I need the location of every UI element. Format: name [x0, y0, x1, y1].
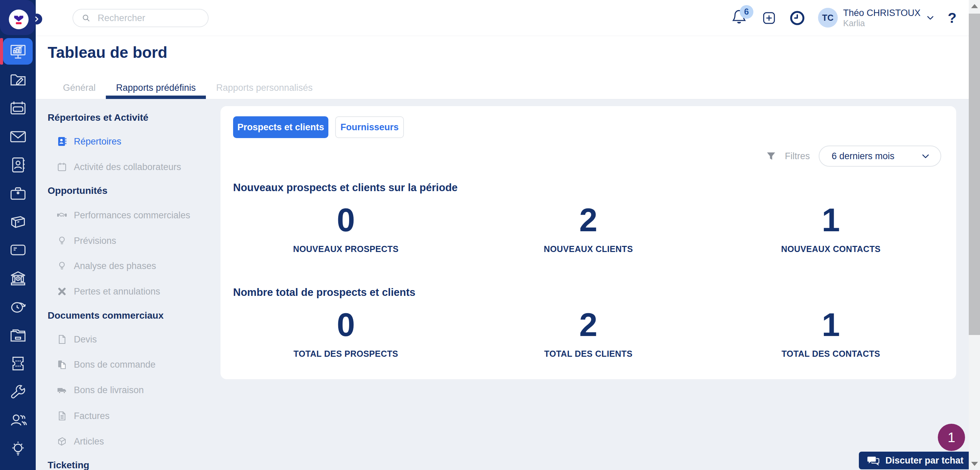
- global-search[interactable]: [73, 9, 208, 27]
- menu-item-activite-collaborateurs[interactable]: Activité des collaborateurs: [57, 159, 181, 175]
- filter-funnel-icon: [766, 151, 776, 161]
- menu-item-label: Prévisions: [74, 236, 116, 246]
- rail-item-contacts[interactable]: [0, 151, 36, 179]
- menu-item-articles[interactable]: Articles: [57, 433, 104, 450]
- scroll-down-arrow-icon[interactable]: [971, 462, 978, 466]
- notification-count-badge: 6: [740, 5, 753, 19]
- stat-new-contacts: 1 NOUVEAUX CONTACTS: [710, 202, 952, 254]
- package-icon: [9, 213, 27, 230]
- notifications-button[interactable]: 6: [731, 8, 749, 28]
- avatar: TC: [818, 8, 838, 27]
- rail-item-tickets[interactable]: [0, 349, 36, 378]
- rail-item-time[interactable]: [0, 293, 36, 321]
- menu-item-label: Factures: [74, 411, 110, 421]
- period-value: 6 derniers mois: [832, 151, 894, 162]
- active-accent-bar: [0, 38, 3, 65]
- audience-button-prospects-clients[interactable]: Prospects et clients: [233, 116, 328, 138]
- rail-item-groups[interactable]: [0, 406, 36, 434]
- rail-item-portfolio[interactable]: [0, 179, 36, 208]
- rail-item-ideas[interactable]: [0, 434, 36, 462]
- menu-section-opportunites: Opportunités: [48, 182, 108, 199]
- clock-history-icon: [9, 298, 27, 316]
- chat-button-label: Discuter par tchat: [885, 456, 964, 466]
- stat-label: TOTAL DES CLIENTS: [467, 349, 710, 359]
- stat-total-clients: 2 TOTAL DES CLIENTS: [467, 307, 710, 359]
- search-input[interactable]: [97, 13, 199, 24]
- briefcase-icon: [9, 185, 27, 202]
- search-icon: [82, 13, 90, 23]
- help-button[interactable]: ?: [948, 11, 956, 25]
- tab-rapports-personnalises[interactable]: Rapports personnalisés: [206, 78, 323, 99]
- menu-item-repertoires[interactable]: Répertoires: [57, 133, 121, 150]
- rail-item-directories[interactable]: [0, 66, 36, 94]
- scroll-up-arrow-icon[interactable]: [971, 4, 978, 8]
- envelope-icon: [9, 128, 27, 146]
- menu-item-bons-de-livraison[interactable]: Bons de livraison: [57, 381, 144, 399]
- plus-square-icon: [762, 11, 776, 25]
- menu-item-label: Performances commerciales: [74, 210, 190, 221]
- tab-rapports-predefinis[interactable]: Rapports prédéfinis: [106, 78, 206, 99]
- menu-item-previsions[interactable]: Prévisions: [57, 232, 116, 249]
- rail-item-tools[interactable]: [0, 378, 36, 406]
- recent-activity-button[interactable]: [789, 10, 805, 26]
- rail-item-mail[interactable]: [0, 122, 36, 151]
- stat-total-contacts: 1 TOTAL DES CONTACTS: [710, 307, 952, 359]
- section-heading-total: Nombre total de prospects et clients: [233, 286, 415, 299]
- quick-add-button[interactable]: [762, 11, 776, 25]
- user-menu[interactable]: TC Théo CHRISTOUX Karlia: [818, 8, 935, 28]
- tab-general[interactable]: Général: [53, 78, 106, 99]
- menu-section-ticketing: Ticketing: [48, 457, 89, 470]
- stat-label: NOUVEAUX CONTACTS: [710, 244, 952, 254]
- menu-item-factures[interactable]: Factures: [57, 407, 110, 424]
- wrench-icon: [9, 383, 27, 401]
- menu-item-performances-commerciales[interactable]: Performances commerciales: [57, 207, 190, 224]
- section-heading-new: Nouveaux prospects et clients sur la pér…: [233, 182, 458, 194]
- file-icon: [57, 334, 67, 345]
- stat-value: 1: [710, 307, 952, 343]
- menu-item-bons-de-commande[interactable]: Bons de commande: [57, 356, 156, 373]
- period-select[interactable]: 6 derniers mois: [819, 146, 941, 167]
- rail-item-calendar[interactable]: [0, 94, 36, 122]
- rail-expand-button[interactable]: [31, 14, 42, 24]
- stat-value: 2: [467, 202, 710, 238]
- menu-item-label: Bons de livraison: [74, 385, 144, 395]
- menu-item-label: Devis: [74, 334, 97, 345]
- dashboard-tabs: Général Rapports prédéfinis Rapports per…: [53, 78, 323, 99]
- bank-icon: [9, 270, 27, 287]
- lightbulb-icon: [9, 440, 27, 457]
- lightbulb-icon: [57, 236, 67, 246]
- file-lines-icon: [57, 411, 67, 421]
- menu-item-pertes-annulations[interactable]: Pertes et annulations: [57, 283, 160, 300]
- folder-pen-icon: [9, 71, 27, 89]
- app-logo[interactable]: [0, 0, 35, 35]
- rail-item-dashboard[interactable]: [0, 37, 36, 66]
- menu-item-devis[interactable]: Devis: [57, 331, 97, 348]
- calendar-icon: [57, 162, 67, 172]
- menu-item-label: Activité des collaborateurs: [74, 162, 181, 172]
- stat-total-prospects: 0 TOTAL DES PROSPECTS: [224, 307, 467, 359]
- box-icon: [57, 436, 67, 446]
- page-scrollbar[interactable]: [969, 0, 980, 470]
- chat-button[interactable]: Discuter par tchat: [859, 452, 975, 469]
- menu-section-documents-commerciaux: Documents commerciaux: [48, 307, 164, 324]
- chevron-down-icon: [921, 151, 930, 161]
- calendar-icon: [9, 99, 27, 117]
- rail-item-bank[interactable]: [0, 264, 36, 292]
- karlia-logo-icon: [9, 10, 29, 29]
- rail-item-documents[interactable]: [0, 321, 36, 349]
- menu-item-analyse-phases[interactable]: Analyse des phases: [57, 257, 156, 275]
- stat-label: NOUVEAUX CLIENTS: [467, 244, 710, 254]
- rail-item-payments[interactable]: [0, 236, 36, 264]
- stat-label: TOTAL DES PROSPECTS: [224, 349, 467, 359]
- credit-card-icon: [9, 241, 27, 259]
- chevron-right-icon: [34, 16, 40, 22]
- stat-value: 0: [224, 202, 467, 238]
- stat-new-prospects: 0 NOUVEAUX PROSPECTS: [224, 202, 467, 254]
- report-card: Prospects et clients Fournisseurs Filtre…: [221, 106, 956, 379]
- truck-icon: [57, 385, 67, 395]
- audience-button-fournisseurs[interactable]: Fournisseurs: [335, 116, 404, 138]
- stat-value: 1: [710, 202, 952, 238]
- scrollbar-thumb[interactable]: [969, 14, 980, 335]
- rail-item-products[interactable]: [0, 208, 36, 236]
- page-header: Tableau de bord Général Rapports prédéfi…: [36, 36, 969, 99]
